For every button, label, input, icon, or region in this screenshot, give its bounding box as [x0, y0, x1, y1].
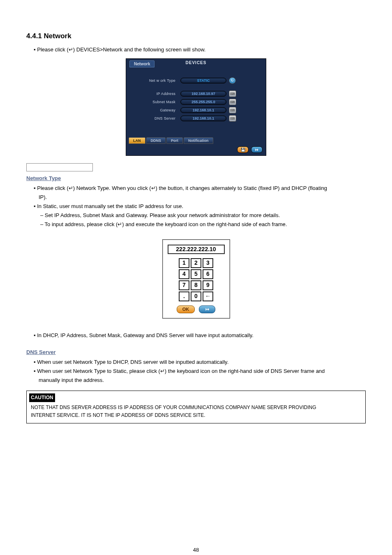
intro-line: ▪ Please click (↵) DEVICES>Network and t…	[34, 45, 366, 54]
value-gateway[interactable]: 192.168.10.1	[180, 107, 226, 113]
label-subnet: Subnet Mask	[134, 100, 180, 104]
label-dns: DNS Server	[134, 116, 180, 120]
nt-dash-2: – To input address, please click (↵) and…	[40, 220, 366, 229]
value-subnet[interactable]: 255.255.255.0	[180, 99, 226, 105]
key-9[interactable]: 9	[203, 280, 213, 290]
dns-bullet-2: ▪ When user set Network Type to Static, …	[34, 367, 366, 376]
key-7[interactable]: 7	[179, 280, 189, 290]
dns-bullet-1: ▪ When user set Network Type to DHCP, DN…	[34, 358, 366, 367]
key-8[interactable]: 8	[191, 280, 201, 290]
ip-keypad: 222.222.222.10 1 2 3 4 5 6 7 8 9	[162, 239, 230, 319]
key-0[interactable]: 0	[191, 291, 201, 301]
key-6[interactable]: 6	[203, 269, 213, 279]
keyboard-icon[interactable]: ⌨	[229, 115, 236, 122]
label-ip: IP Address	[134, 92, 180, 96]
caution-label: CAUTION	[29, 393, 55, 402]
caution-line-2: INTERNET SERVICE. IT IS NOT THE IP ADDRE…	[31, 412, 205, 418]
refresh-icon[interactable]: ↻	[229, 77, 236, 84]
nt-bullet-3: ▪ In DHCP, IP Address, Subnet Mask, Gate…	[34, 331, 366, 340]
empty-textbox[interactable]	[26, 163, 93, 171]
tab-notification[interactable]: Notification	[184, 137, 213, 144]
keyboard-icon[interactable]: ⌨	[229, 90, 236, 97]
keypad-display: 222.222.222.10	[168, 245, 225, 254]
intro-text: Please click (↵) DEVICES>Network and the…	[37, 46, 205, 53]
keypad-ok-button[interactable]: OK	[177, 305, 195, 313]
key-1[interactable]: 1	[179, 258, 189, 268]
tab-lan[interactable]: LAN	[129, 137, 145, 144]
panel-title: DEVICES	[186, 60, 207, 65]
label-network-type: Net w ork Type	[134, 79, 180, 83]
tab-ddns[interactable]: DDNS	[146, 137, 166, 144]
top-tab-network[interactable]: Network	[129, 60, 154, 67]
keyboard-icon[interactable]: ⌨	[229, 99, 236, 105]
key-3[interactable]: 3	[203, 258, 213, 268]
nt-bullet-2: ▪ In Static, user must manually set the …	[34, 202, 366, 211]
value-ip[interactable]: 192.168.10.97	[180, 91, 226, 97]
tab-port[interactable]: Port	[166, 137, 183, 144]
key-dot[interactable]: .	[179, 291, 189, 301]
section-heading: 4.4.1 Network	[26, 32, 366, 40]
devices-network-panel: Network DEVICES Net w ork Type STATIC ↻ …	[126, 58, 266, 156]
nt-bullet-1-cont: IP).	[39, 193, 366, 202]
subheading-network-type: Network Type	[26, 175, 366, 181]
key-backspace[interactable]: ←	[203, 291, 213, 301]
subheading-dns: DNS Server	[26, 349, 366, 355]
nt-dash-1: – Set IP Address, Subnet Mask and Gatewa…	[40, 211, 366, 220]
key-5[interactable]: 5	[191, 269, 201, 279]
save-button[interactable]: 💾	[237, 146, 249, 153]
label-gateway: Gateway	[134, 108, 180, 112]
value-network-type[interactable]: STATIC	[180, 78, 226, 83]
caution-box: CAUTION NOTE THAT DNS SERVER ADDRESS IS …	[26, 391, 366, 423]
keyboard-icon[interactable]: ⌨	[229, 107, 236, 113]
key-2[interactable]: 2	[191, 258, 201, 268]
value-dns[interactable]: 192.168.10.1	[180, 116, 226, 121]
page-number: 48	[26, 547, 366, 553]
exit-button[interactable]: ↦	[251, 146, 263, 153]
key-4[interactable]: 4	[179, 269, 189, 279]
nt-bullet-1: ▪ Please click (↵) Network Type. When yo…	[34, 184, 366, 193]
keypad-exit-button[interactable]: ↦	[199, 305, 215, 313]
caution-line-1: NOTE THAT DNS SERVER ADDRESS IS IP ADDRE…	[31, 405, 316, 410]
dns-bullet-2-cont: manually input the address.	[39, 376, 366, 385]
